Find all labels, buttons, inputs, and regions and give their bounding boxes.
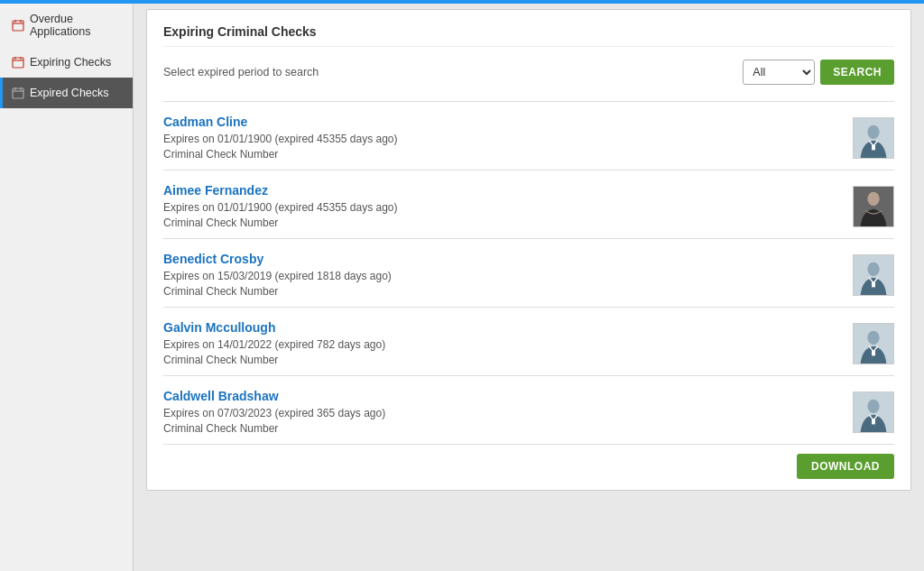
people-list: Cadman Cline Expires on 01/01/1900 (expi… <box>163 101 894 445</box>
svg-rect-22 <box>872 350 875 355</box>
search-button[interactable]: SEARCH <box>820 60 894 85</box>
avatar <box>853 391 894 433</box>
person-row: Caldwell Bradshaw Expires on 07/03/2023 … <box>163 376 894 445</box>
svg-rect-8 <box>13 88 23 98</box>
person-info: Cadman Cline Expires on 01/01/1900 (expi… <box>163 115 842 161</box>
svg-rect-0 <box>13 21 23 31</box>
person-check: Criminal Check Number <box>163 285 842 298</box>
svg-rect-4 <box>13 58 23 68</box>
person-row: Benedict Crosby Expires on 15/03/2019 (e… <box>163 239 894 308</box>
svg-rect-14 <box>872 144 875 150</box>
avatar <box>853 323 894 364</box>
sidebar-item-overdue-applications[interactable]: Overdue Applications <box>0 4 133 47</box>
svg-point-24 <box>867 399 879 412</box>
person-name[interactable]: Aimee Fernandez <box>163 183 842 198</box>
top-bar <box>0 0 924 4</box>
svg-point-13 <box>867 124 879 138</box>
person-expires: Expires on 01/01/1900 (expired 45355 day… <box>163 201 842 214</box>
sidebar-item-expired-checks-label: Expired Checks <box>30 87 109 99</box>
download-button[interactable]: DOWNLOAD <box>797 454 894 479</box>
person-check: Criminal Check Number <box>163 422 842 435</box>
sidebar-item-expired-checks[interactable]: Expired Checks <box>0 78 133 108</box>
person-name[interactable]: Galvin Mccullough <box>163 320 842 335</box>
person-expires: Expires on 07/03/2023 (expired 365 days … <box>163 407 842 419</box>
svg-point-21 <box>867 330 879 344</box>
search-controls: All 30 days 60 days 90 days SEARCH <box>743 60 894 85</box>
main-content: Expiring Criminal Checks Select expired … <box>134 0 924 571</box>
svg-point-18 <box>867 262 879 275</box>
person-expires: Expires on 15/03/2019 (expired 1818 days… <box>163 270 842 282</box>
person-check: Criminal Check Number <box>163 148 842 161</box>
period-select[interactable]: All 30 days 60 days 90 days <box>743 60 815 85</box>
person-expires: Expires on 01/01/1900 (expired 45355 day… <box>163 133 842 145</box>
search-hint: Select expired period to search <box>163 66 319 78</box>
svg-point-16 <box>867 191 879 205</box>
svg-rect-25 <box>872 419 875 424</box>
person-row: Cadman Cline Expires on 01/01/1900 (expi… <box>163 101 894 170</box>
person-info: Caldwell Bradshaw Expires on 07/03/2023 … <box>163 389 842 435</box>
avatar <box>853 254 894 296</box>
sidebar-item-expiring-checks[interactable]: Expiring Checks <box>0 47 133 78</box>
content-card: Expiring Criminal Checks Select expired … <box>146 9 911 491</box>
calendar-icon-3 <box>12 87 24 99</box>
person-info: Aimee Fernandez Expires on 01/01/1900 (e… <box>163 183 842 229</box>
page-title: Expiring Criminal Checks <box>163 24 894 47</box>
avatar <box>853 186 894 227</box>
calendar-icon-2 <box>12 56 24 69</box>
sidebar-item-overdue-applications-label: Overdue Applications <box>30 13 124 38</box>
person-name[interactable]: Benedict Crosby <box>163 252 842 266</box>
svg-rect-19 <box>872 281 875 287</box>
person-row: Aimee Fernandez Expires on 01/01/1900 (e… <box>163 170 894 239</box>
person-check: Criminal Check Number <box>163 216 842 229</box>
search-bar: Select expired period to search All 30 d… <box>163 60 894 85</box>
person-expires: Expires on 14/01/2022 (expired 782 days … <box>163 338 842 351</box>
person-name[interactable]: Cadman Cline <box>163 115 842 129</box>
sidebar-item-expiring-checks-label: Expiring Checks <box>30 56 111 69</box>
download-bar: DOWNLOAD <box>163 445 894 481</box>
calendar-icon <box>12 19 24 32</box>
person-info: Benedict Crosby Expires on 15/03/2019 (e… <box>163 252 842 298</box>
person-row: Galvin Mccullough Expires on 14/01/2022 … <box>163 308 894 376</box>
avatar <box>853 117 894 159</box>
person-name[interactable]: Caldwell Bradshaw <box>163 389 842 403</box>
sidebar: Overdue Applications Expiring Checks Exp… <box>0 0 134 571</box>
person-info: Galvin Mccullough Expires on 14/01/2022 … <box>163 320 842 366</box>
person-check: Criminal Check Number <box>163 354 842 366</box>
